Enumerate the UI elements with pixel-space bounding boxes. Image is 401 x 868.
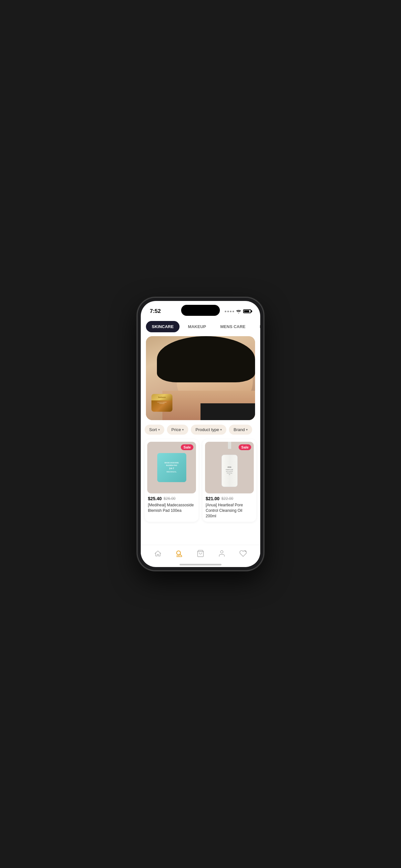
product-image-anua: Sale anua HEARTLEAFpore controlcleansing… <box>205 442 254 493</box>
product-card-mediheal[interactable]: Sale MADECASSOSIDEBLEMISH PAD24·7MEDIHEA… <box>145 439 198 522</box>
hero-banner: Sulwhasoo CONCENTRATEDGINSENG <box>146 336 255 420</box>
nav-profile[interactable] <box>217 549 226 558</box>
product-card-anua[interactable]: Sale anua HEARTLEAFpore controlcleansing… <box>203 439 256 522</box>
dynamic-island <box>181 305 220 316</box>
filter-sort[interactable]: Sort ▾ <box>145 425 164 435</box>
main-content: SKINCARE MAKEUP MENS CARE KIDS CA... <box>141 317 260 545</box>
price-current-mediheal: $25.40 <box>148 496 162 501</box>
category-tabs: SKINCARE MAKEUP MENS CARE KIDS CA... <box>141 317 260 336</box>
product-info-mediheal: $25.40 $26.00 [Mediheal] Madecassoside B… <box>145 496 198 517</box>
filter-price[interactable]: Price ▾ <box>167 425 189 435</box>
tab-mens-care[interactable]: MENS CARE <box>214 321 251 332</box>
status-time: 7:52 <box>150 308 161 314</box>
tab-makeup[interactable]: MAKEUP <box>182 321 212 332</box>
bottle-body: anua HEARTLEAFpore controlcleansingoil <box>221 455 238 487</box>
tab-kids-care[interactable]: KIDS CA... <box>254 321 260 332</box>
profile-icon <box>217 549 226 558</box>
product-image-mediheal: Sale MADECASSOSIDEBLEMISH PAD24·7MEDIHEA… <box>147 442 196 493</box>
filter-bar: Sort ▾ Price ▾ Product type ▾ Brand ▾ <box>141 420 260 439</box>
nav-home[interactable] <box>153 549 162 558</box>
price-chevron-icon: ▾ <box>182 428 184 431</box>
bottom-nav <box>141 545 260 564</box>
product-name-mediheal: [Mediheal] Madecassoside Blemish Pad 100… <box>148 502 195 514</box>
products-grid: Sale MADECASSOSIDEBLEMISH PAD24·7MEDIHEA… <box>141 439 260 527</box>
sort-chevron-icon: ▾ <box>158 428 160 431</box>
filter-brand[interactable]: Brand ▾ <box>229 425 252 435</box>
product-info-anua: $21.00 $22.00 [Anua] Heartleaf Pore Cont… <box>203 496 256 522</box>
nav-search[interactable] <box>175 549 184 558</box>
product-jar: Sulwhasoo CONCENTRATEDGINSENG <box>151 394 174 412</box>
product-price-mediheal: $25.40 $26.00 <box>148 496 195 501</box>
svg-point-5 <box>220 551 223 553</box>
wifi-icon <box>236 309 241 313</box>
home-indicator <box>141 564 260 567</box>
price-original-mediheal: $26.00 <box>164 496 176 501</box>
phone-screen: 7:52 <box>141 301 260 567</box>
product-name-anua: [Anua] Heartleaf Pore Control Cleansing … <box>206 502 253 519</box>
brand-chevron-icon: ▾ <box>246 428 248 431</box>
product-price-anua: $21.00 $22.00 <box>206 496 253 501</box>
price-original-anua: $22.00 <box>221 496 234 501</box>
nav-wishlist[interactable] <box>239 549 248 558</box>
nav-cart[interactable] <box>196 549 205 558</box>
svg-line-1 <box>180 554 182 556</box>
status-icons <box>225 309 251 313</box>
home-icon <box>153 549 162 558</box>
filter-product-type[interactable]: Product type ▾ <box>191 425 226 435</box>
anua-bottle-image: anua HEARTLEAFpore controlcleansingoil <box>220 448 238 487</box>
price-current-anua: $21.00 <box>206 496 220 501</box>
product-type-chevron-icon: ▾ <box>220 428 222 431</box>
tab-skincare[interactable]: SKINCARE <box>146 321 180 332</box>
search-icon <box>175 549 184 558</box>
sale-badge-mediheal: Sale <box>181 444 193 450</box>
mediheal-pad-image: MADECASSOSIDEBLEMISH PAD24·7MEDIHEAL <box>157 453 186 482</box>
phone-frame: 7:52 <box>137 298 264 570</box>
bottle-pump <box>228 442 231 449</box>
sale-badge-anua: Sale <box>239 444 251 450</box>
wishlist-icon <box>239 549 248 558</box>
signal-icon <box>225 311 234 312</box>
battery-icon <box>243 309 251 313</box>
bottle-text: anua HEARTLEAFpore controlcleansingoil <box>223 466 236 475</box>
cart-icon <box>196 549 205 558</box>
